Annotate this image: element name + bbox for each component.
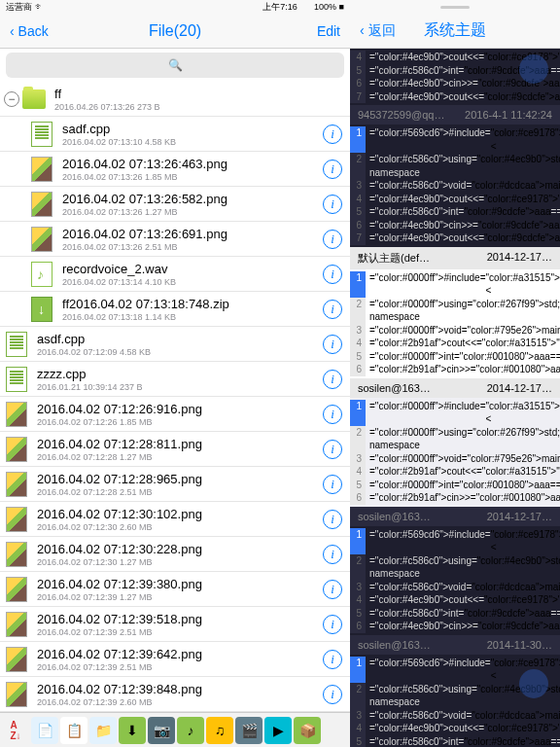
- back-button[interactable]: ‹ Back: [10, 23, 49, 39]
- theme-author: sosilen@163…: [358, 639, 431, 651]
- file-meta: 2016.04.26 07:13:26 273 B: [54, 102, 342, 112]
- png-icon: [29, 157, 54, 182]
- info-button[interactable]: i: [323, 650, 342, 669]
- file-name: ff2016.04.02 07:13:18:748.zip: [62, 297, 323, 311]
- file-meta: 2016.04.02 07:13:14 4.10 KB: [62, 277, 323, 287]
- theme-card[interactable]: sosilen@163…2014-12-17…1="color:#569cd6"…: [350, 507, 560, 635]
- info-button[interactable]: i: [323, 580, 342, 599]
- file-row[interactable]: asdf.cpp2016.04.02 07:12:09 4.58 KBi: [0, 327, 350, 362]
- file-row[interactable]: −ff2016.04.26 07:13:26 273 B: [0, 82, 350, 117]
- fab-bottom[interactable]: [519, 669, 548, 698]
- info-button[interactable]: i: [323, 510, 342, 529]
- info-button[interactable]: i: [323, 160, 342, 179]
- tool-5[interactable]: 📷: [148, 717, 175, 744]
- file-meta: 2016.04.02 07:12:39 1.27 MB: [37, 592, 323, 602]
- code-preview: 1="color:#569cd6">#include ="color:#ce91…: [350, 526, 560, 635]
- theme-date: 2014-12-17…: [487, 251, 552, 266]
- file-meta: 2016.04.02 07:12:26 1.85 MB: [37, 417, 323, 427]
- png-icon: [4, 612, 29, 637]
- file-name: zzzz.cpp: [37, 367, 323, 381]
- file-row[interactable]: recordvoice_2.wav2016.04.02 07:13:14 4.1…: [0, 257, 350, 292]
- tool-4[interactable]: ⬇: [119, 717, 146, 744]
- tool-2[interactable]: 📋: [60, 717, 88, 744]
- theme-list[interactable]: 4 ="color:#4ec9b0">cout<<="color:#ce9178…: [350, 49, 560, 747]
- file-row[interactable]: 2016.04.02 07:12:30:102.png2016.04.02 07…: [0, 502, 350, 537]
- info-button[interactable]: i: [323, 545, 342, 564]
- png-icon: [29, 227, 54, 252]
- info-button[interactable]: i: [323, 230, 342, 249]
- file-meta: 2016.04.02 07:12:30 1.27 MB: [37, 557, 323, 567]
- theme-date: 2014-12-17…: [487, 511, 552, 522]
- theme-card[interactable]: 默认主题(def…2014-12-17…1="color:#0000ff">#i…: [350, 247, 560, 378]
- theme-author: 945372599@qq…: [358, 109, 444, 121]
- tool-10[interactable]: 📦: [294, 717, 321, 744]
- info-button[interactable]: i: [323, 440, 342, 459]
- code-preview: 1="color:#0000ff">#include ="color:#a315…: [350, 269, 560, 378]
- info-button[interactable]: i: [323, 370, 342, 389]
- file-row[interactable]: 2016.04.02 07:12:39:848.png2016.04.02 07…: [0, 677, 350, 712]
- tool-3[interactable]: 📁: [89, 717, 117, 744]
- file-row[interactable]: 2016.04.02 07:12:39:642.png2016.04.02 07…: [0, 642, 350, 677]
- info-button[interactable]: i: [323, 405, 342, 424]
- file-row[interactable]: 2016.04.02 07:13:26:463.png2016.04.02 07…: [0, 152, 350, 187]
- file-name: asdf.cpp: [37, 332, 323, 346]
- file-meta: 2016.04.02 07:13:26 1.85 MB: [62, 172, 323, 182]
- left-header: ‹ Back File(20) Edit: [0, 14, 350, 49]
- file-row[interactable]: 2016.04.02 07:12:28:811.png2016.04.02 07…: [0, 432, 350, 467]
- status-bar-right: [350, 0, 560, 14]
- wav-icon: [29, 262, 54, 287]
- tool-6[interactable]: ♪: [177, 717, 204, 744]
- toolbar: AZ↓ 📄 📋 📁 ⬇ 📷 ♪ ♫ 🎬 ▶ 📦: [0, 712, 350, 747]
- file-row[interactable]: 2016.04.02 07:13:26:582.png2016.04.02 07…: [0, 187, 350, 222]
- info-button[interactable]: i: [323, 124, 342, 144]
- file-row[interactable]: 2016.04.02 07:12:39:380.png2016.04.02 07…: [0, 572, 350, 607]
- png-icon: [4, 402, 29, 427]
- file-row[interactable]: zzzz.cpp2016.01.21 10:39:14 237 Bi: [0, 362, 350, 397]
- tool-9[interactable]: ▶: [264, 717, 292, 744]
- theme-card[interactable]: 945372599@qq…2016-4-1 11:42:241="color:#…: [350, 105, 560, 247]
- collapse-icon[interactable]: −: [4, 91, 19, 107]
- file-row[interactable]: sadf.cpp2016.04.02 07:13:10 4.58 KBi: [0, 117, 350, 152]
- file-row[interactable]: 2016.04.02 07:12:39:518.png2016.04.02 07…: [0, 607, 350, 642]
- search-input[interactable]: 🔍: [6, 53, 344, 78]
- edit-button[interactable]: Edit: [317, 23, 340, 39]
- file-name: 2016.04.02 07:12:39:518.png: [37, 612, 323, 626]
- folder-icon: [21, 87, 47, 112]
- theme-card[interactable]: sosilen@163…2014-12-17…1="color:#0000ff"…: [350, 378, 560, 507]
- tool-8[interactable]: 🎬: [235, 717, 262, 744]
- info-button[interactable]: i: [323, 335, 342, 354]
- theme-header: sosilen@163…2014-11-30…: [350, 635, 560, 655]
- png-icon: [29, 192, 54, 217]
- sort-button[interactable]: AZ↓: [2, 717, 29, 744]
- code-preview: 1="color:#569cd6">#include ="color:#ce91…: [350, 124, 560, 247]
- png-icon: [4, 472, 29, 497]
- info-button[interactable]: i: [323, 475, 342, 494]
- back-button-right[interactable]: ‹ 返回: [360, 22, 396, 40]
- file-name: 2016.04.02 07:12:30:228.png: [37, 542, 323, 556]
- file-row[interactable]: 2016.04.02 07:13:26:691.png2016.04.02 07…: [0, 222, 350, 257]
- png-icon: [4, 647, 29, 672]
- png-icon: [4, 682, 29, 707]
- tool-1[interactable]: 📄: [31, 717, 58, 744]
- file-name: 2016.04.02 07:12:28:811.png: [37, 437, 323, 451]
- code-preview: 1="color:#0000ff">#include ="color:#a315…: [350, 398, 560, 507]
- file-meta: 2016.04.02 07:12:09 4.58 KB: [37, 347, 323, 357]
- file-name: 2016.04.02 07:12:30:102.png: [37, 507, 323, 521]
- file-row[interactable]: 2016.04.02 07:12:30:228.png2016.04.02 07…: [0, 537, 350, 572]
- cpp-icon: [29, 122, 54, 147]
- file-row[interactable]: 2016.04.02 07:12:28:965.png2016.04.02 07…: [0, 467, 350, 502]
- info-button[interactable]: i: [323, 685, 342, 704]
- file-row[interactable]: 2016.04.02 07:12:26:916.png2016.04.02 07…: [0, 397, 350, 432]
- fab-top[interactable]: [519, 54, 548, 84]
- file-row[interactable]: ff2016.04.02 07:13:18:748.zip2016.04.02 …: [0, 292, 350, 327]
- info-button[interactable]: i: [323, 615, 342, 634]
- theme-header: 945372599@qq…2016-4-1 11:42:24: [350, 105, 560, 124]
- info-button[interactable]: i: [323, 265, 342, 284]
- cpp-icon: [4, 332, 29, 357]
- file-list[interactable]: −ff2016.04.26 07:13:26 273 Bsadf.cpp2016…: [0, 82, 350, 712]
- tool-7[interactable]: ♫: [206, 717, 233, 744]
- status-bar: 运营商 ᯤ 上午7:16 100% ■: [0, 0, 350, 14]
- info-button[interactable]: i: [323, 195, 342, 214]
- info-button[interactable]: i: [323, 300, 342, 319]
- file-name: 2016.04.02 07:13:26:463.png: [62, 157, 323, 171]
